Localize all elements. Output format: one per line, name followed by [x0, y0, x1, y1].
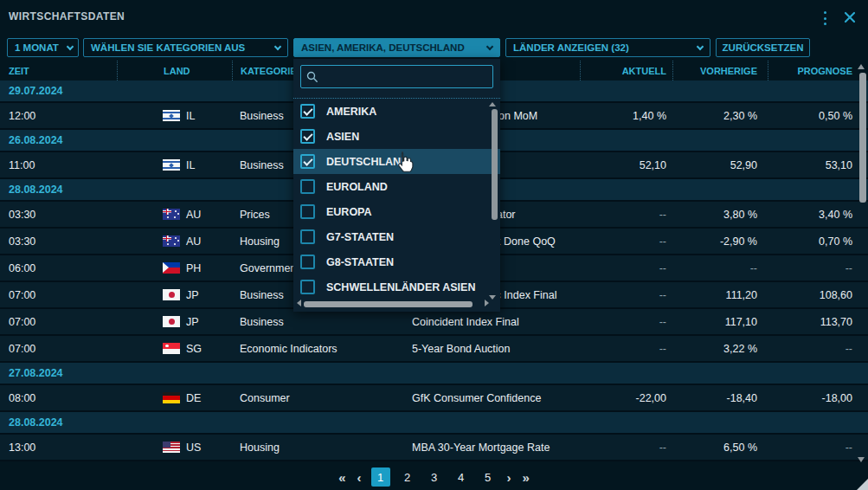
- dropdown-option-euroland[interactable]: EUROLAND: [293, 174, 500, 199]
- country-code: IL: [186, 159, 195, 171]
- next-page-button[interactable]: ›: [505, 470, 513, 485]
- table-row[interactable]: 07:00SGEconomic Indicators5-Year Bond Au…: [0, 336, 868, 363]
- categories-dropdown-label: WÄHLEN SIE KATEGORIEN AUS: [91, 42, 245, 53]
- cell-country: AU: [117, 209, 232, 221]
- column-header-vorherige: VORHERIGE: [672, 61, 768, 81]
- cell-actual: --: [580, 235, 672, 248]
- table-row[interactable]: 08:00DEConsumerGfK Consumer Confidence-2…: [0, 385, 868, 412]
- pagination: «‹12345›»: [0, 467, 868, 487]
- page-button-1[interactable]: 1: [371, 467, 390, 487]
- dropdown-search-box[interactable]: [300, 65, 493, 88]
- page-button-4[interactable]: 4: [452, 467, 471, 487]
- country-flag-us-icon: [163, 442, 180, 453]
- table-row[interactable]: 13:00USHousingMBA 30-Year Mortgage Rate-…: [0, 435, 868, 461]
- categories-dropdown[interactable]: WÄHLEN SIE KATEGORIEN AUS: [83, 38, 288, 57]
- period-dropdown[interactable]: 1 MONAT: [7, 38, 79, 57]
- resize-handle[interactable]: [857, 479, 868, 490]
- country-code: JP: [186, 316, 199, 328]
- cell-previous: --: [672, 262, 768, 274]
- cell-forecast: --: [768, 442, 852, 454]
- dropdown-vertical-scrollbar-thumb[interactable]: [492, 109, 498, 220]
- cell-country: DE: [117, 392, 232, 404]
- cell-forecast: --: [768, 262, 852, 274]
- dropdown-option-europa[interactable]: EUROPA: [293, 199, 500, 224]
- country-code: SG: [186, 343, 202, 355]
- page-button-3[interactable]: 3: [425, 467, 444, 487]
- close-icon[interactable]: [843, 10, 857, 24]
- dropdown-option-asien[interactable]: ASIEN: [293, 124, 500, 149]
- last-page-button[interactable]: »: [521, 470, 531, 485]
- option-label: DEUTSCHLAND: [326, 156, 408, 168]
- cell-event: 5-Year Bond Auction: [412, 343, 580, 355]
- countries-dropdown[interactable]: LÄNDER ANZEIGEN (32): [505, 38, 710, 57]
- column-header-land: LAND: [117, 61, 232, 81]
- dropdown-option-schwellenl-nder-asien[interactable]: SCHWELLENLÄNDER ASIEN: [293, 274, 500, 300]
- cell-time: 03:30: [0, 209, 117, 221]
- kebab-menu-icon[interactable]: [819, 11, 831, 25]
- dropdown-option-deutschland[interactable]: DEUTSCHLAND: [293, 149, 500, 174]
- date-label: 29.07.2024: [9, 85, 63, 97]
- prev-page-button[interactable]: ‹: [356, 470, 363, 485]
- cell-time: 07:00: [0, 316, 117, 328]
- reset-button[interactable]: ZURÜCKSETZEN: [716, 38, 810, 57]
- cell-previous: 3,22 %: [672, 343, 768, 355]
- checkbox-checked-icon[interactable]: [300, 129, 315, 144]
- column-header-prognose: PROGNOSE: [768, 61, 852, 81]
- dropdown-option-g8-staaten[interactable]: G8-STAATEN: [293, 249, 500, 274]
- column-header-zeit: ZEIT: [0, 61, 117, 81]
- dropdown-scroll-up-icon[interactable]: [489, 102, 496, 106]
- cell-previous: -18,40: [672, 392, 768, 404]
- scroll-down-arrow-icon[interactable]: [858, 457, 865, 462]
- page-button-5[interactable]: 5: [479, 467, 498, 487]
- scroll-up-arrow-icon[interactable]: [858, 64, 865, 69]
- cell-actual: --: [580, 343, 672, 355]
- checkbox-unchecked-icon[interactable]: [300, 280, 315, 294]
- cell-country: AU: [117, 235, 232, 248]
- cell-forecast: 53,10: [768, 159, 852, 171]
- dropdown-scroll-left-icon[interactable]: [297, 300, 301, 306]
- cell-actual: --: [580, 209, 672, 221]
- cell-time: 06:00: [0, 262, 117, 274]
- chevron-down-icon: [486, 42, 493, 49]
- checkbox-checked-icon[interactable]: [300, 154, 315, 169]
- dropdown-scroll-down-icon[interactable]: [489, 295, 496, 300]
- cell-previous: 117,10: [672, 316, 768, 328]
- cell-category: Housing: [232, 442, 412, 454]
- country-code: AU: [186, 209, 201, 221]
- date-label: 28.08.2024: [9, 416, 63, 429]
- date-label: 28.08.2024: [9, 184, 63, 196]
- first-page-button[interactable]: «: [337, 470, 347, 485]
- checkbox-unchecked-icon[interactable]: [300, 204, 315, 219]
- option-label: EUROLAND: [326, 181, 388, 193]
- cell-country: IL: [117, 110, 232, 122]
- regions-dropdown-panel: AMERIKAASIENDEUTSCHLANDEUROLANDEUROPAG7-…: [293, 59, 500, 312]
- checkbox-unchecked-icon[interactable]: [300, 255, 315, 269]
- regions-dropdown[interactable]: ASIEN, AMERIKA, DEUTSCHLAND: [293, 38, 500, 57]
- date-label: 27.08.2024: [9, 367, 63, 379]
- vertical-scrollbar-thumb[interactable]: [859, 73, 866, 203]
- checkbox-unchecked-icon[interactable]: [300, 229, 315, 244]
- cell-time: 07:00: [0, 289, 117, 301]
- cell-time: 07:00: [0, 343, 117, 355]
- cell-time: 11:00: [0, 159, 117, 171]
- cell-actual: 1,40 %: [580, 110, 672, 122]
- page-button-2[interactable]: 2: [398, 467, 417, 487]
- dropdown-option-amerika[interactable]: AMERIKA: [293, 99, 500, 124]
- option-label: EUROPA: [326, 206, 372, 218]
- checkbox-unchecked-icon[interactable]: [300, 179, 315, 194]
- dropdown-scroll-right-icon[interactable]: [485, 300, 489, 306]
- period-dropdown-label: 1 MONAT: [15, 42, 59, 53]
- country-code: PH: [186, 262, 201, 274]
- cell-forecast: 0,70 %: [768, 235, 852, 248]
- cell-actual: --: [580, 316, 672, 328]
- table-row[interactable]: 07:00JPBusinessCoincident Index Final--1…: [0, 309, 868, 336]
- cell-forecast: 0,50 %: [768, 110, 852, 122]
- checkbox-checked-icon[interactable]: [300, 104, 315, 119]
- dropdown-option-g7-staaten[interactable]: G7-STAATEN: [293, 224, 500, 249]
- cell-time: 12:00: [0, 110, 117, 122]
- search-input[interactable]: [323, 71, 479, 83]
- dropdown-horizontal-scrollbar-thumb[interactable]: [304, 301, 473, 307]
- cell-event: GfK Consumer Confidence: [412, 392, 580, 404]
- search-icon: [306, 71, 318, 83]
- cell-time: 13:00: [0, 442, 117, 454]
